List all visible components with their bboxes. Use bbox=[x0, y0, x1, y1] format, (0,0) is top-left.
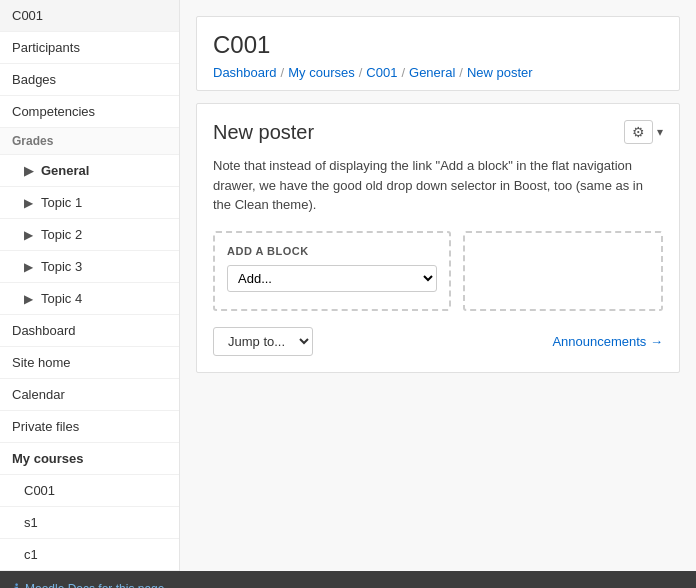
sidebar-item-general-label: General bbox=[41, 163, 89, 178]
announcements-link[interactable]: Announcements → bbox=[552, 334, 663, 349]
sidebar-item-badges[interactable]: Badges bbox=[0, 64, 179, 96]
page-header: C001 Dashboard / My courses / C001 / Gen… bbox=[196, 16, 680, 91]
sidebar-item-private-files-label: Private files bbox=[12, 419, 79, 434]
folder-icon-general: ▶ bbox=[24, 164, 33, 178]
card-actions: ⚙ ▾ bbox=[624, 120, 663, 144]
sidebar-item-my-courses-c001-label: C001 bbox=[24, 483, 55, 498]
breadcrumb: Dashboard / My courses / C001 / General … bbox=[213, 65, 663, 80]
sidebar-item-participants[interactable]: Participants bbox=[0, 32, 179, 64]
gear-button[interactable]: ⚙ bbox=[624, 120, 653, 144]
sidebar-item-c001-label: C001 bbox=[12, 8, 43, 23]
breadcrumb-sep-2: / bbox=[359, 65, 363, 80]
main-card: New poster ⚙ ▾ Note that instead of disp… bbox=[196, 103, 680, 373]
breadcrumb-new-poster[interactable]: New poster bbox=[467, 65, 533, 80]
sidebar-item-calendar-label: Calendar bbox=[12, 387, 65, 402]
dropdown-arrow-icon[interactable]: ▾ bbox=[657, 125, 663, 139]
sidebar-item-calendar[interactable]: Calendar bbox=[0, 379, 179, 411]
add-block-label: ADD A BLOCK bbox=[227, 245, 437, 257]
sidebar-item-topic3-label: Topic 3 bbox=[41, 259, 82, 274]
sidebar-item-my-courses-s1-label: s1 bbox=[24, 515, 38, 530]
sidebar-item-dashboard[interactable]: Dashboard bbox=[0, 315, 179, 347]
jump-to-select[interactable]: Jump to... bbox=[213, 327, 313, 356]
sidebar-item-badges-label: Badges bbox=[12, 72, 56, 87]
sidebar-item-my-courses-label: My courses bbox=[12, 451, 84, 466]
folder-icon-topic2: ▶ bbox=[24, 228, 33, 242]
sidebar-item-competencies-label: Competencies bbox=[12, 104, 95, 119]
card-title: New poster bbox=[213, 121, 314, 144]
footer-docs-link[interactable]: Moodle Docs for this page bbox=[25, 582, 164, 588]
info-icon: ℹ bbox=[14, 581, 19, 588]
add-block-select[interactable]: Add... bbox=[227, 265, 437, 292]
sidebar-item-my-courses-c001[interactable]: C001 bbox=[0, 475, 179, 507]
sidebar-item-topic4[interactable]: ▶ Topic 4 bbox=[0, 283, 179, 315]
sidebar-item-my-courses-s1[interactable]: s1 bbox=[0, 507, 179, 539]
page-title: C001 bbox=[213, 31, 663, 59]
breadcrumb-sep-1: / bbox=[281, 65, 285, 80]
sidebar-item-my-courses-c1[interactable]: c1 bbox=[0, 539, 179, 571]
main-content: C001 Dashboard / My courses / C001 / Gen… bbox=[180, 0, 696, 571]
breadcrumb-general[interactable]: General bbox=[409, 65, 455, 80]
sidebar-item-general[interactable]: ▶ General bbox=[0, 155, 179, 187]
sidebar-item-site-home[interactable]: Site home bbox=[0, 347, 179, 379]
sidebar-item-dashboard-label: Dashboard bbox=[12, 323, 76, 338]
sidebar-item-participants-label: Participants bbox=[12, 40, 80, 55]
sidebar-item-topic3[interactable]: ▶ Topic 3 bbox=[0, 251, 179, 283]
sidebar-item-topic4-label: Topic 4 bbox=[41, 291, 82, 306]
sidebar: C001 Participants Badges Competencies Gr… bbox=[0, 0, 180, 571]
sidebar-item-my-courses-c1-label: c1 bbox=[24, 547, 38, 562]
folder-icon-topic3: ▶ bbox=[24, 260, 33, 274]
breadcrumb-sep-3: / bbox=[401, 65, 405, 80]
sidebar-item-topic1-label: Topic 1 bbox=[41, 195, 82, 210]
grades-section-label: Grades bbox=[0, 128, 179, 155]
sidebar-item-competencies[interactable]: Competencies bbox=[0, 96, 179, 128]
breadcrumb-sep-4: / bbox=[459, 65, 463, 80]
breadcrumb-my-courses[interactable]: My courses bbox=[288, 65, 354, 80]
add-block-zone: ADD A BLOCK Add... bbox=[213, 231, 451, 311]
footer-top: ℹ Moodle Docs for this page bbox=[14, 581, 682, 588]
side-block-zone bbox=[463, 231, 663, 311]
sidebar-item-topic2[interactable]: ▶ Topic 2 bbox=[0, 219, 179, 251]
breadcrumb-c001[interactable]: C001 bbox=[366, 65, 397, 80]
sidebar-item-private-files[interactable]: Private files bbox=[0, 411, 179, 443]
folder-icon-topic4: ▶ bbox=[24, 292, 33, 306]
card-description: Note that instead of displaying the link… bbox=[213, 156, 663, 215]
sidebar-item-c001[interactable]: C001 bbox=[0, 0, 179, 32]
sidebar-item-topic2-label: Topic 2 bbox=[41, 227, 82, 242]
breadcrumb-dashboard[interactable]: Dashboard bbox=[213, 65, 277, 80]
card-header: New poster ⚙ ▾ bbox=[213, 120, 663, 144]
sidebar-item-site-home-label: Site home bbox=[12, 355, 71, 370]
folder-icon-topic1: ▶ bbox=[24, 196, 33, 210]
blocks-row: ADD A BLOCK Add... bbox=[213, 231, 663, 311]
card-footer: Jump to... Announcements → bbox=[213, 327, 663, 356]
sidebar-item-my-courses[interactable]: My courses bbox=[0, 443, 179, 475]
sidebar-item-topic1[interactable]: ▶ Topic 1 bbox=[0, 187, 179, 219]
footer: ℹ Moodle Docs for this page You are logg… bbox=[0, 571, 696, 588]
